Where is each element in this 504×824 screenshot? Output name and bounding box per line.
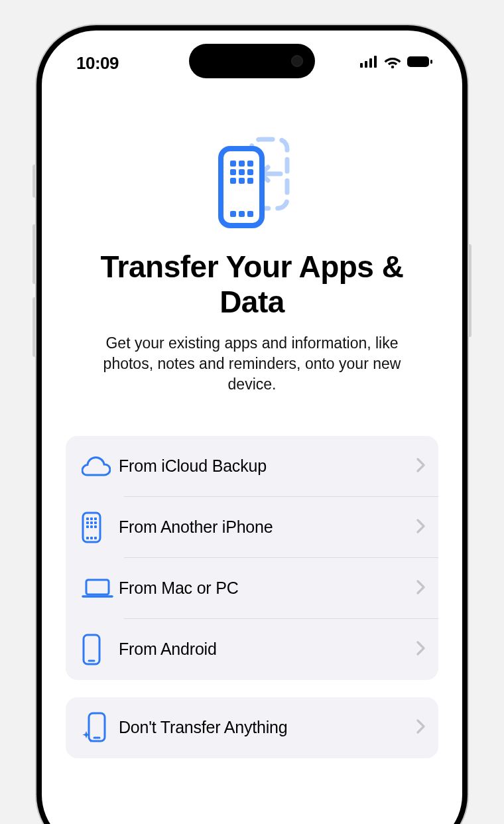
- wifi-icon: [384, 56, 401, 71]
- chevron-right-icon: [416, 519, 425, 536]
- svg-rect-22: [86, 517, 89, 520]
- svg-rect-34: [86, 580, 109, 594]
- option-dont-transfer[interactable]: Don't Transfer Anything: [66, 697, 438, 758]
- chevron-right-icon: [416, 458, 425, 475]
- svg-rect-31: [86, 537, 89, 539]
- svg-rect-2: [369, 58, 372, 68]
- option-label: Don't Transfer Anything: [119, 718, 416, 737]
- transfer-hero-icon: [209, 137, 295, 232]
- option-label: From Another iPhone: [119, 517, 416, 537]
- svg-rect-3: [374, 56, 377, 68]
- svg-rect-0: [360, 63, 363, 68]
- svg-rect-12: [230, 169, 236, 175]
- option-mac-or-pc[interactable]: From Mac or PC: [66, 558, 438, 619]
- chevron-right-icon: [416, 719, 425, 736]
- phone-sparkle-icon: [82, 711, 119, 744]
- svg-rect-35: [84, 635, 99, 664]
- option-another-iphone[interactable]: From Another iPhone: [66, 497, 438, 558]
- svg-rect-25: [86, 521, 89, 524]
- option-label: From Android: [119, 640, 416, 659]
- screen: 10:09: [42, 31, 462, 824]
- svg-rect-13: [239, 169, 245, 175]
- svg-rect-26: [90, 521, 93, 524]
- chevron-right-icon: [416, 641, 425, 658]
- skip-options-group: Don't Transfer Anything: [66, 697, 438, 758]
- status-time: 10:09: [76, 53, 119, 74]
- svg-rect-1: [365, 61, 367, 68]
- chevron-right-icon: [416, 580, 425, 597]
- svg-rect-33: [94, 537, 97, 539]
- svg-rect-9: [230, 161, 236, 167]
- svg-rect-20: [247, 211, 253, 217]
- content-area: Transfer Your Apps & Data Get your exist…: [42, 31, 462, 776]
- svg-rect-30: [94, 525, 97, 528]
- svg-rect-23: [90, 517, 93, 520]
- dynamic-island: [189, 44, 315, 78]
- svg-rect-5: [407, 56, 429, 67]
- cloud-icon: [82, 456, 119, 476]
- battery-icon: [407, 56, 433, 70]
- status-icons: [360, 56, 433, 71]
- page-subtitle: Get your existing apps and information, …: [66, 333, 438, 395]
- svg-rect-27: [94, 521, 97, 524]
- svg-rect-18: [230, 211, 236, 217]
- option-label: From Mac or PC: [119, 579, 416, 598]
- volume-up-button: [32, 224, 36, 284]
- svg-rect-10: [239, 161, 245, 167]
- cellular-icon: [360, 56, 379, 70]
- option-label: From iCloud Backup: [119, 456, 416, 476]
- svg-rect-32: [90, 537, 93, 539]
- volume-down-button: [32, 297, 36, 357]
- option-icloud-backup[interactable]: From iCloud Backup: [66, 436, 438, 497]
- svg-rect-29: [90, 525, 93, 528]
- laptop-icon: [82, 578, 119, 599]
- front-camera: [291, 55, 303, 67]
- svg-rect-24: [94, 517, 97, 520]
- silent-switch: [32, 165, 36, 198]
- option-android[interactable]: From Android: [66, 619, 438, 680]
- transfer-options-group: From iCloud Backup: [66, 436, 438, 680]
- iphone-grid-icon: [82, 512, 119, 543]
- phone-outline-icon: [82, 634, 119, 665]
- svg-rect-28: [86, 525, 89, 528]
- svg-rect-19: [239, 211, 245, 217]
- phone-frame: 10:09: [36, 25, 468, 824]
- svg-rect-15: [230, 178, 236, 184]
- svg-point-4: [391, 65, 394, 68]
- power-button: [468, 244, 472, 337]
- svg-rect-14: [247, 169, 253, 175]
- svg-rect-11: [247, 161, 253, 167]
- svg-rect-17: [247, 178, 253, 184]
- page-title: Transfer Your Apps & Data: [66, 249, 438, 320]
- svg-rect-6: [430, 60, 432, 64]
- svg-rect-16: [239, 178, 245, 184]
